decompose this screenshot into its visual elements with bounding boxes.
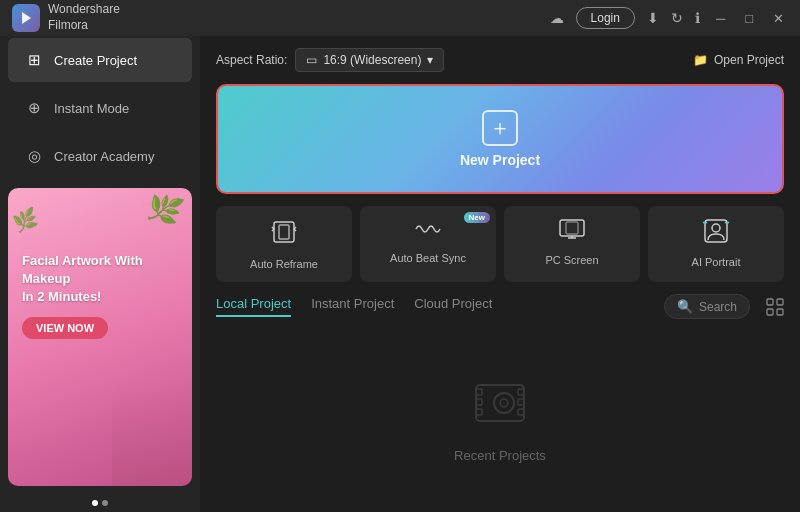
auto-reframe-icon (270, 218, 298, 252)
sidebar-item-instant-mode[interactable]: ⊕ Instant Mode (8, 86, 192, 130)
download-icon[interactable]: ⬇ (647, 10, 659, 26)
svg-rect-16 (777, 309, 783, 315)
maximize-button[interactable]: □ (741, 11, 757, 26)
svg-point-18 (494, 393, 514, 413)
cloud-icon[interactable]: ☁ (550, 10, 564, 26)
app-title: Wondershare Filmora (48, 2, 120, 33)
svg-rect-14 (777, 299, 783, 305)
svg-rect-13 (767, 299, 773, 305)
action-pc-screen[interactable]: PC Screen (504, 206, 640, 282)
close-button[interactable]: ✕ (769, 11, 788, 26)
svg-rect-8 (566, 222, 578, 234)
action-auto-beat-sync[interactable]: New Auto Beat Sync (360, 206, 496, 282)
auto-beat-sync-icon (414, 218, 442, 246)
promo-dots (0, 494, 200, 512)
action-auto-reframe[interactable]: Auto Reframe (216, 206, 352, 282)
info-icon[interactable]: ℹ (695, 10, 700, 26)
tab-local-project[interactable]: Local Project (216, 296, 291, 317)
open-project-button[interactable]: 📁 Open Project (693, 53, 784, 67)
new-project-button[interactable]: ＋ New Project (216, 84, 784, 194)
recent-projects-empty: Recent Projects (216, 331, 784, 500)
login-button[interactable]: Login (576, 7, 635, 29)
app-branding: Wondershare Filmora (12, 2, 120, 33)
instant-mode-icon: ⊕ (24, 98, 44, 118)
view-toggle-button[interactable] (766, 298, 784, 316)
promo-figure (112, 386, 192, 486)
new-badge: New (464, 212, 490, 223)
new-project-plus-icon: ＋ (482, 110, 518, 146)
search-bar[interactable]: 🔍 Search (664, 294, 750, 319)
title-bar: Wondershare Filmora ☁ Login ⬇ ↻ ℹ ─ □ ✕ (0, 0, 800, 36)
screen-icon: ▭ (306, 53, 317, 67)
promo-dot-1 (92, 500, 98, 506)
sidebar: ⊞ Create Project ⊕ Instant Mode ◎ Creato… (0, 36, 200, 512)
creator-academy-icon: ◎ (24, 146, 44, 166)
promo-view-now-button[interactable]: VIEW NOW (22, 317, 108, 339)
search-icon: 🔍 (677, 299, 693, 314)
app-logo (12, 4, 40, 32)
sync-icon[interactable]: ↻ (671, 10, 683, 26)
promo-title: Facial Artwork With MakeupIn 2 Minutes! (22, 252, 178, 307)
top-bar: Aspect Ratio: ▭ 16:9 (Widescreen) ▾ 📁 Op… (216, 48, 784, 72)
create-project-icon: ⊞ (24, 50, 44, 70)
sidebar-item-create-project[interactable]: ⊞ Create Project (8, 38, 192, 82)
project-tabs-bar: Local Project Instant Project Cloud Proj… (216, 294, 784, 319)
promo-dot-2 (102, 500, 108, 506)
pc-screen-icon (558, 218, 586, 248)
title-bar-controls: ☁ Login ⬇ ↻ ℹ ─ □ ✕ (550, 7, 788, 29)
promo-content: Facial Artwork With MakeupIn 2 Minutes! … (8, 188, 192, 353)
svg-marker-0 (22, 12, 31, 24)
film-icon (468, 369, 532, 440)
folder-icon: 📁 (693, 53, 708, 67)
action-ai-portrait[interactable]: AI Portrait (648, 206, 784, 282)
main-container: ⊞ Create Project ⊕ Instant Mode ◎ Creato… (0, 36, 800, 512)
svg-rect-15 (767, 309, 773, 315)
tabs-group: Local Project Instant Project Cloud Proj… (216, 296, 492, 317)
quick-actions: Auto Reframe New Auto Beat Sync (216, 206, 784, 282)
tab-instant-project[interactable]: Instant Project (311, 296, 394, 317)
ai-portrait-icon (702, 218, 730, 250)
aspect-ratio-dropdown[interactable]: ▭ 16:9 (Widescreen) ▾ (295, 48, 444, 72)
tab-cloud-project[interactable]: Cloud Project (414, 296, 492, 317)
chevron-down-icon: ▾ (427, 53, 433, 67)
projects-section: Local Project Instant Project Cloud Proj… (216, 294, 784, 500)
svg-point-19 (500, 399, 508, 407)
svg-point-12 (712, 224, 720, 232)
aspect-ratio-control: Aspect Ratio: ▭ 16:9 (Widescreen) ▾ (216, 48, 444, 72)
sidebar-item-creator-academy[interactable]: ◎ Creator Academy (8, 134, 192, 178)
content-area: Aspect Ratio: ▭ 16:9 (Widescreen) ▾ 📁 Op… (200, 36, 800, 512)
promo-banner[interactable]: 🌿 🌿 Facial Artwork With MakeupIn 2 Minut… (8, 188, 192, 486)
new-project-label: New Project (460, 152, 540, 168)
svg-rect-2 (279, 225, 289, 239)
recent-projects-label: Recent Projects (454, 448, 546, 463)
minimize-button[interactable]: ─ (712, 11, 729, 26)
